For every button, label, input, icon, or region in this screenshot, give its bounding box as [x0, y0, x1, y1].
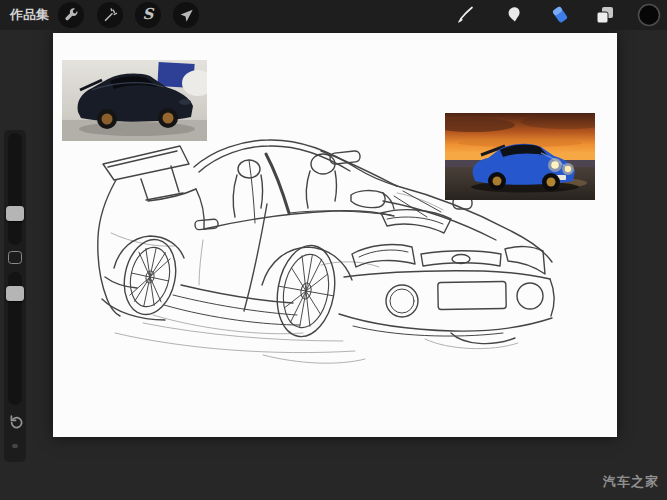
layers-icon: [594, 4, 616, 26]
watermark: 汽车之家: [603, 473, 659, 491]
adjustments-button[interactable]: [97, 2, 123, 28]
drawing-canvas[interactable]: [53, 33, 617, 437]
smudge-tool-button[interactable]: [503, 3, 527, 27]
redo-button[interactable]: [12, 444, 18, 448]
brush-icon: [454, 4, 476, 26]
opacity-slider-handle[interactable]: [6, 286, 24, 301]
brush-size-slider[interactable]: [8, 133, 22, 245]
color-circle-icon: [637, 3, 661, 27]
layers-button[interactable]: [593, 3, 617, 27]
selection-s-icon: S: [143, 7, 154, 22]
actions-button[interactable]: [58, 2, 84, 28]
undo-icon: [7, 414, 23, 430]
brush-sidebar: [4, 130, 26, 462]
selection-button[interactable]: S: [135, 2, 161, 28]
eraser-tool-button[interactable]: [548, 3, 572, 27]
transform-button[interactable]: [173, 2, 199, 28]
top-toolbar: 作品集 S: [0, 0, 667, 30]
wrench-icon: [62, 6, 80, 24]
gallery-button[interactable]: 作品集: [10, 0, 49, 30]
undo-button[interactable]: [7, 414, 23, 430]
reference-photo-model-car: [62, 60, 207, 141]
eraser-icon: [549, 4, 571, 26]
brush-tool-button[interactable]: [453, 3, 477, 27]
reference-photo-blue-subaru: [445, 113, 595, 200]
color-swatch-button[interactable]: [637, 3, 661, 27]
smudge-icon: [504, 4, 526, 26]
arrow-cursor-icon: [178, 7, 195, 24]
brush-size-slider-handle[interactable]: [6, 206, 24, 221]
magic-wand-icon: [101, 6, 119, 24]
modify-button[interactable]: [8, 251, 22, 264]
